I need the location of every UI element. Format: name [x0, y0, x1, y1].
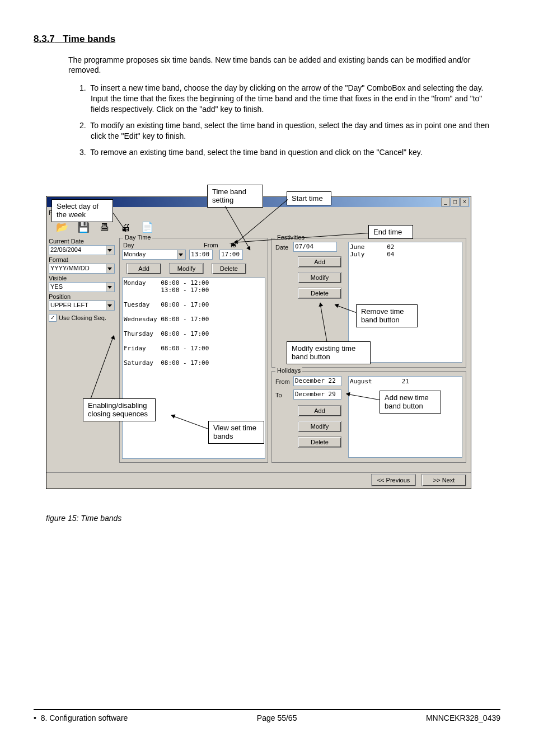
minimize-button[interactable]: _ — [441, 198, 450, 206]
visible-combo[interactable]: YES — [49, 282, 115, 292]
figure: _ □ × F ? 📂 💾 🖶 🖨 📄 C — [46, 185, 476, 507]
page-footer: • 8. Configuration software Page 55/65 M… — [34, 709, 500, 722]
holidays-add-button[interactable]: Add — [298, 405, 341, 416]
holidays-legend: Holidays — [275, 367, 302, 374]
day-label: Day — [123, 242, 134, 248]
intro-paragraph: The programme proposes six time bands. N… — [68, 55, 500, 75]
holidays-from-label: From — [275, 378, 290, 385]
current-date-combo[interactable]: 22/06/2004 — [49, 245, 115, 255]
closing-seq-checkbox[interactable]: ✓ — [49, 314, 57, 322]
daytime-legend: Day Time — [123, 234, 152, 241]
callout-start-time: Start time — [287, 191, 331, 206]
day-combo[interactable]: Monday — [122, 250, 186, 260]
callout-end-time: End time — [368, 225, 413, 240]
holidays-to-input[interactable]: December 29 — [293, 389, 341, 400]
visible-label: Visible — [49, 275, 116, 281]
print-icon[interactable]: 🖶 — [98, 220, 111, 234]
footer-right: MNNCEKR328_0439 — [426, 713, 500, 722]
position-combo[interactable]: UPPER LEFT — [49, 300, 115, 311]
festivities-modify-button[interactable]: Modify — [298, 272, 341, 283]
previous-button[interactable]: << Previous — [371, 474, 416, 486]
app-window: _ □ × F ? 📂 💾 🖶 🖨 📄 C — [46, 196, 471, 489]
next-button[interactable]: >> Next — [421, 474, 466, 486]
daytime-add-button[interactable]: Add — [127, 263, 161, 274]
holidays-from-input[interactable]: December 22 — [293, 376, 341, 386]
from-input[interactable]: 13:00 — [189, 250, 213, 260]
section-number: 8.3.7 — [34, 34, 55, 44]
callout-enabling: Enabling/disabling closing sequences — [83, 398, 156, 421]
callout-remove-btn: Remove time band button — [356, 304, 418, 327]
festivities-add-button[interactable]: Add — [298, 256, 341, 267]
holidays-modify-button[interactable]: Modify — [298, 421, 341, 432]
daytime-delete-button[interactable]: Delete — [212, 263, 246, 274]
format-combo[interactable]: YYYY/MM/DD — [49, 264, 115, 274]
closing-seq-label: Use Closing Seq. — [59, 314, 106, 321]
festivities-date-label: Date — [275, 244, 288, 251]
open-icon[interactable]: 📂 — [55, 220, 69, 234]
callout-add-new-btn: Add new time band button — [380, 391, 441, 414]
callout-view-set: View set time bands — [208, 421, 264, 444]
maximize-button[interactable]: □ — [451, 198, 460, 206]
holidays-listbox[interactable]: August 21 — [348, 376, 462, 458]
callout-select-day: Select day of the week — [51, 199, 113, 222]
festivities-date-input[interactable]: 07/04 — [293, 242, 337, 252]
figure-caption: figure 15: Time bands — [46, 514, 500, 523]
list-item: 2. To modify an existing time band, sele… — [79, 120, 500, 142]
close-button[interactable]: × — [460, 198, 469, 206]
list-item: 1. To insert a new time band, choose the… — [79, 83, 500, 115]
daytime-modify-button[interactable]: Modify — [169, 263, 204, 274]
save-icon[interactable]: 💾 — [77, 220, 90, 234]
current-date-label: Current Date — [49, 238, 116, 245]
holidays-fieldset: Holidays From December 22 To December 29… — [271, 371, 466, 463]
festivities-delete-button[interactable]: Delete — [298, 288, 341, 299]
list-item: 3. To remove an existing time band, sele… — [79, 147, 500, 158]
send-icon[interactable]: 📄 — [140, 220, 154, 234]
holidays-to-label: To — [275, 392, 282, 398]
section-title: Time bands — [63, 34, 115, 44]
position-label: Position — [49, 293, 116, 300]
footer-center: Page 55/65 — [257, 713, 297, 722]
callout-timeband-setting: Time band setting — [207, 185, 263, 208]
left-settings-column: Current Date 22/06/2004 Format YYYY/MM/D… — [49, 237, 116, 322]
holidays-delete-button[interactable]: Delete — [298, 436, 341, 448]
callout-modify-btn: Modify existing time band button — [287, 341, 371, 364]
from-label: From — [204, 242, 218, 248]
footer-left: • 8. Configuration software — [34, 713, 128, 722]
separator — [46, 472, 471, 473]
section-heading: 8.3.7 Time bands — [34, 34, 500, 45]
instructions-list: 1. To insert a new time band, choose the… — [79, 83, 500, 157]
format-label: Format — [49, 256, 116, 263]
to-input[interactable]: 17:00 — [219, 250, 243, 260]
